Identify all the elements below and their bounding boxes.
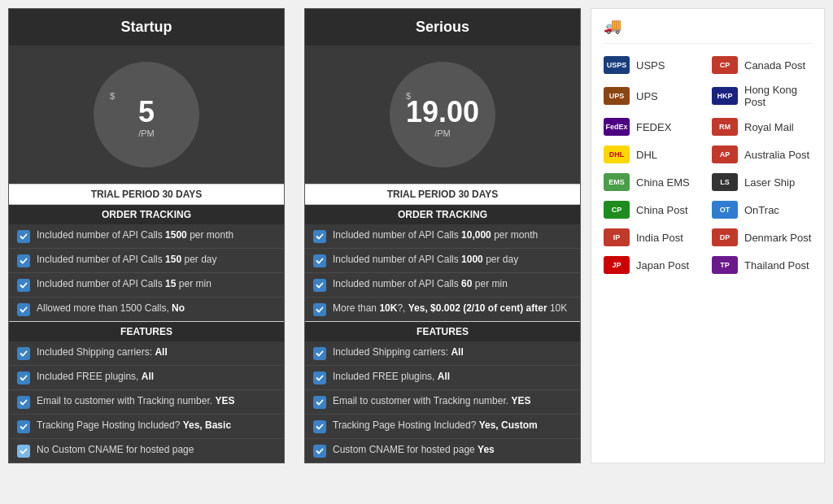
api-feature-item: Included number of API Calls 1500 per mo… <box>9 224 284 249</box>
price-circle-wrapper: $ 5 /PM <box>9 46 284 184</box>
pricing-card-startup: Startup $ 5 /PM TRIAL PERIOD 30 DAYSORDE… <box>8 8 285 463</box>
feature-item: Custom CNAME for hosted page Yes <box>305 439 580 463</box>
carrier-item: CP China Post <box>604 201 704 219</box>
features-header: FEATURES <box>305 321 580 341</box>
carrier-item: AP Australia Post <box>712 146 812 163</box>
feature-list: Included Shipping carriers: All Included… <box>9 341 284 463</box>
carrier-item: DP Denmark Post <box>712 228 812 246</box>
carrier-logo: HKP <box>712 87 738 105</box>
carrier-logo: UPS <box>604 87 630 105</box>
carrier-name: India Post <box>636 232 683 244</box>
carrier-name: Japan Post <box>636 259 689 272</box>
feature-text: Custom CNAME for hosted page Yes <box>333 444 495 455</box>
carrier-logo: DHL <box>604 146 630 163</box>
carrier-logo: IP <box>604 228 630 246</box>
tracking-bar: ORDER TRACKING <box>305 204 580 224</box>
carrier-logo: DP <box>712 228 738 246</box>
price-period: /PM <box>434 128 451 138</box>
price-circle: $ 5 /PM <box>94 62 199 167</box>
carrier-logo: LS <box>712 173 738 191</box>
carrier-name: China Post <box>636 204 688 216</box>
feature-text: Tracking Page Hosting Included? Yes, Cus… <box>333 419 538 431</box>
carrier-name: China EMS <box>636 176 690 189</box>
carrier-logo: OT <box>712 201 738 219</box>
check-icon <box>313 347 326 360</box>
check-icon <box>17 254 30 267</box>
price-amount: 19.00 <box>406 98 479 127</box>
api-feature-item: Included number of API Calls 150 per day <box>9 249 284 273</box>
carrier-logo: FedEx <box>604 118 630 136</box>
feature-text: Included number of API Calls 1500 per mo… <box>37 229 233 241</box>
carrier-name: Denmark Post <box>744 232 811 244</box>
api-feature-item: Included number of API Calls 10,000 per … <box>305 224 580 249</box>
carrier-name: OnTrac <box>744 204 779 216</box>
feature-item: Included FREE plugins, All <box>305 366 580 390</box>
check-icon <box>17 420 30 433</box>
check-icon <box>17 347 30 360</box>
price-circle-wrapper: $ 19.00 /PM <box>305 46 580 184</box>
trial-bar: TRIAL PERIOD 30 DAYS <box>305 184 580 204</box>
price-circle: $ 19.00 /PM <box>390 62 495 167</box>
carrier-logo: TP <box>712 256 738 274</box>
carrier-name: USPS <box>636 59 665 72</box>
price-period: /PM <box>138 128 155 138</box>
check-icon <box>313 420 326 433</box>
carrier-item: LS Laser Ship <box>712 173 812 191</box>
check-icon <box>17 230 30 243</box>
check-icon <box>17 303 30 316</box>
carrier-item: HKP Hong Kong Post <box>712 84 812 108</box>
api-feature-item: More than 10K?, Yes, $0.002 (2/10 of cen… <box>305 298 580 321</box>
carrier-logo: AP <box>712 146 738 163</box>
truck-icon: 🚚 <box>604 17 621 35</box>
carrier-item: CP Canada Post <box>712 56 812 74</box>
carrier-logo: CP <box>604 201 630 219</box>
feature-item: No Custom CNAME for hosted page <box>9 439 284 463</box>
carrier-item: OT OnTrac <box>712 201 812 219</box>
feature-item: Tracking Page Hosting Included? Yes, Bas… <box>9 415 284 439</box>
carrier-item: DHL DHL <box>604 146 704 163</box>
carrier-name: Hong Kong Post <box>744 84 812 108</box>
dollar-sign: $ <box>110 91 115 101</box>
feature-item: Included Shipping carriers: All <box>9 341 284 366</box>
feature-text: Email to customer with Tracking number. … <box>37 395 234 406</box>
check-icon <box>313 254 326 267</box>
feature-item: Tracking Page Hosting Included? Yes, Cus… <box>305 415 580 439</box>
carrier-name: DHL <box>636 149 657 161</box>
carrier-item: USPS USPS <box>604 56 704 74</box>
feature-text: Email to customer with Tracking number. … <box>333 395 530 406</box>
feature-list: Included Shipping carriers: All Included… <box>305 341 580 463</box>
tracking-bar: ORDER TRACKING <box>9 204 284 224</box>
check-icon <box>17 279 30 292</box>
price-amount: 5 <box>138 98 155 127</box>
carrier-logo: EMS <box>604 173 630 191</box>
api-feature-item: Included number of API Calls 60 per min <box>305 273 580 298</box>
feature-text: Included number of API Calls 10,000 per … <box>333 229 538 241</box>
carrier-logo: USPS <box>604 56 630 74</box>
feature-text: Included Shipping carriers: All <box>37 346 168 358</box>
feature-text: Included number of API Calls 60 per min <box>333 278 508 289</box>
carrier-name: Royal Mail <box>744 121 794 133</box>
carrier-item: FedEx FEDEX <box>604 118 704 136</box>
carrier-logo: RM <box>712 118 738 136</box>
carrier-name: Thailand Post <box>744 259 809 272</box>
api-feature-list: Included number of API Calls 1500 per mo… <box>9 224 284 321</box>
api-feature-list: Included number of API Calls 10,000 per … <box>305 224 580 321</box>
check-icon <box>313 303 326 316</box>
feature-text: Included number of API Calls 150 per day <box>37 254 216 265</box>
carrier-item: UPS UPS <box>604 84 704 108</box>
feature-item: Email to customer with Tracking number. … <box>305 390 580 415</box>
pricing-card-serious: Serious $ 19.00 /PM TRIAL PERIOD 30 DAYS… <box>304 8 581 463</box>
carriers-header: 🚚 <box>604 17 812 44</box>
main-container: Startup $ 5 /PM TRIAL PERIOD 30 DAYSORDE… <box>8 8 825 463</box>
feature-text: Included FREE plugins, All <box>333 371 450 382</box>
feature-text: No Custom CNAME for hosted page <box>37 444 194 455</box>
check-icon <box>313 371 326 385</box>
check-icon <box>313 230 326 243</box>
check-icon <box>313 279 326 292</box>
carrier-name: Laser Ship <box>744 176 795 189</box>
feature-text: Included number of API Calls 1000 per da… <box>333 254 518 265</box>
carrier-name: Australia Post <box>744 149 809 161</box>
carriers-grid: USPS USPS CP Canada Post UPS UPS HKP Hon… <box>604 56 812 274</box>
carrier-item: EMS China EMS <box>604 173 704 191</box>
feature-text: Included FREE plugins, All <box>37 371 154 382</box>
